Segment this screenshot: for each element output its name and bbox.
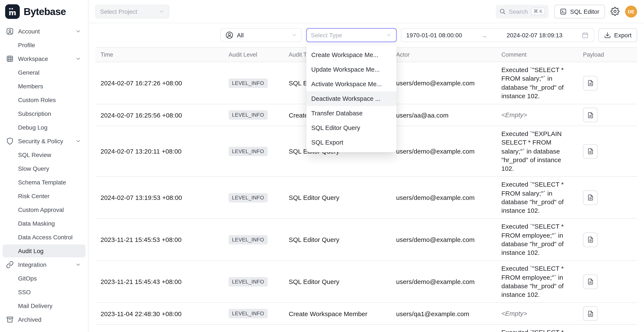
cell-time: 2024-02-07 16:25:56 +08:00 (96, 104, 224, 126)
sidebar-item-debug-log[interactable]: Debug Log (2, 121, 86, 134)
col-header-time: Time (96, 47, 224, 62)
sql-editor-icon (560, 8, 567, 15)
workspace-icon (6, 55, 14, 63)
table-row: 2023-11-21 15:45:53 +08:00LEVEL_INFOSQL … (96, 219, 637, 261)
cell-actor: users/demo@example.com (391, 219, 496, 261)
search-placeholder: Search (509, 8, 528, 15)
chevron-down-icon (74, 262, 82, 268)
cell-payload (578, 219, 637, 261)
level-badge: LEVEL_INFO (228, 147, 268, 156)
cell-audit-level: LEVEL_INFO (224, 303, 284, 325)
type-option-create-workspace-me[interactable]: Create Workspace Me... (306, 48, 396, 62)
cell-audit-level: LEVEL_INFO (224, 104, 284, 126)
sidebar-item-sso[interactable]: SSO (2, 286, 86, 299)
project-select[interactable]: Select Project (96, 4, 169, 18)
cell-payload (578, 177, 637, 219)
type-option-transfer-database[interactable]: Transfer Database (306, 106, 396, 121)
level-badge: LEVEL_INFO (228, 78, 268, 88)
sidebar-item-general[interactable]: General (2, 66, 86, 79)
cell-audit-level: LEVEL_INFO (224, 219, 284, 261)
file-text-icon (587, 194, 594, 201)
sidebar-item-profile[interactable]: Profile (2, 39, 86, 51)
sidebar-section-security-policy[interactable]: Security & Policy (2, 135, 86, 148)
cell-audit-type: SQL Editor Query (284, 261, 391, 303)
cell-payload (578, 104, 637, 126)
payload-button[interactable] (583, 190, 598, 205)
project-select-label: Select Project (100, 8, 137, 15)
type-option-sql-editor-query[interactable]: SQL Editor Query (306, 121, 396, 135)
sidebar-item-sql-review[interactable]: SQL Review (2, 149, 86, 161)
cell-payload (578, 325, 637, 332)
download-icon (604, 32, 611, 39)
cell-comment: Executed `"EXPLAIN SELECT * FROM salary;… (496, 126, 578, 177)
cell-time: 2023-11-21 15:45:53 +08:00 (96, 219, 224, 261)
export-button[interactable]: Export (598, 28, 637, 42)
sidebar-item-audit-log[interactable]: Audit Log (2, 244, 86, 257)
date-range-picker[interactable]: 1970-01-01 08:00:00 → 2024-02-07 18:09:1… (400, 28, 594, 42)
cell-comment: Executed `"SELECT * FROM salary;"` in da… (496, 62, 578, 104)
payload-button[interactable] (583, 76, 598, 90)
sql-editor-button[interactable]: SQL Editor (554, 4, 605, 18)
sidebar-item-gitops[interactable]: GitOps (2, 272, 86, 285)
chevron-down-icon (74, 28, 82, 34)
chevron-down-icon (74, 56, 82, 62)
sidebar-item-mail-delivery[interactable]: Mail Delivery (2, 299, 86, 312)
cell-comment: Executed `"SELECT * FROM employee;"` in … (496, 219, 578, 261)
type-dropdown-menu: Create Workspace Me...Update Workspace M… (306, 45, 396, 152)
type-option-activate-workspace-me[interactable]: Activate Workspace Me... (306, 77, 396, 91)
type-filter-select[interactable]: Select Type Create Workspace Me...Update… (306, 28, 396, 42)
sidebar-item-members[interactable]: Members (2, 80, 86, 93)
col-header-comment: Comment (496, 47, 578, 62)
topbar-right: Search ⌘ K SQL Editor DE (496, 4, 637, 18)
sidebar-item-schema-template[interactable]: Schema Template (2, 176, 86, 189)
sidebar-item-slow-query[interactable]: Slow Query (2, 162, 86, 175)
sidebar-item-custom-roles[interactable]: Custom Roles (2, 94, 86, 106)
bytebase-logo-icon: m (5, 4, 20, 19)
payload-button[interactable] (583, 108, 598, 122)
chevron-down-icon (74, 138, 82, 144)
filter-bar: All Select Type Create Workspace Me...Up… (88, 23, 644, 47)
person-circle-icon (225, 31, 234, 39)
payload-button[interactable] (583, 144, 598, 159)
settings-gear-icon[interactable] (610, 7, 620, 16)
payload-button[interactable] (583, 232, 598, 247)
cell-payload (578, 261, 637, 303)
sidebar-section-archived[interactable]: Archived (2, 313, 86, 326)
avatar[interactable]: DE (625, 5, 637, 17)
sidebar: m Bytebase AccountProfileWorkspaceGenera… (0, 0, 88, 332)
file-text-icon (587, 311, 594, 317)
sidebar-section-workspace[interactable]: Workspace (2, 52, 86, 65)
file-text-icon (587, 148, 594, 155)
cell-comment: Executed `"SELECT * FROM department;"` i… (496, 325, 578, 332)
type-option-update-workspace-me[interactable]: Update Workspace Me... (306, 62, 396, 77)
file-text-icon (587, 279, 594, 285)
type-option-sql-export[interactable]: SQL Export (306, 135, 396, 150)
file-text-icon (587, 112, 594, 118)
chevron-down-icon (158, 8, 164, 14)
shield-icon (6, 137, 14, 145)
level-badge: LEVEL_INFO (228, 277, 268, 287)
cell-time: 2023-11-21 15:45:43 +08:00 (96, 261, 224, 303)
cell-payload (578, 62, 637, 104)
search-input[interactable]: Search ⌘ K (496, 4, 549, 18)
sidebar-item-risk-center[interactable]: Risk Center (2, 190, 86, 202)
type-option-deactivate-workspace[interactable]: Deactivate Workspace ... (306, 91, 396, 106)
sidebar-item-custom-approval[interactable]: Custom Approval (2, 203, 86, 216)
actor-filter-select[interactable]: All (220, 28, 302, 42)
date-to: 2024-02-07 18:09:13 (506, 32, 562, 39)
file-text-icon (587, 80, 594, 86)
payload-button[interactable] (583, 275, 598, 289)
sidebar-item-data-access-control[interactable]: Data Access Control (2, 231, 86, 244)
cell-audit-level: LEVEL_INFO (224, 177, 284, 219)
table-row: 2023-11-04 22:48:30 +08:00LEVEL_INFOCrea… (96, 303, 637, 325)
sidebar-section-account[interactable]: Account (2, 25, 86, 38)
level-badge: LEVEL_INFO (228, 110, 268, 120)
sidebar-item-data-masking[interactable]: Data Masking (2, 217, 86, 230)
brand-logo[interactable]: m Bytebase (0, 0, 88, 23)
chevron-down-icon (291, 32, 297, 38)
sidebar-item-subscription[interactable]: Subscription (2, 107, 86, 120)
payload-button[interactable] (583, 307, 598, 321)
cell-audit-level: LEVEL_INFO (224, 325, 284, 332)
cell-time: 2024-02-07 13:20:11 +08:00 (96, 126, 224, 177)
sidebar-section-integration[interactable]: Integration (2, 258, 86, 271)
